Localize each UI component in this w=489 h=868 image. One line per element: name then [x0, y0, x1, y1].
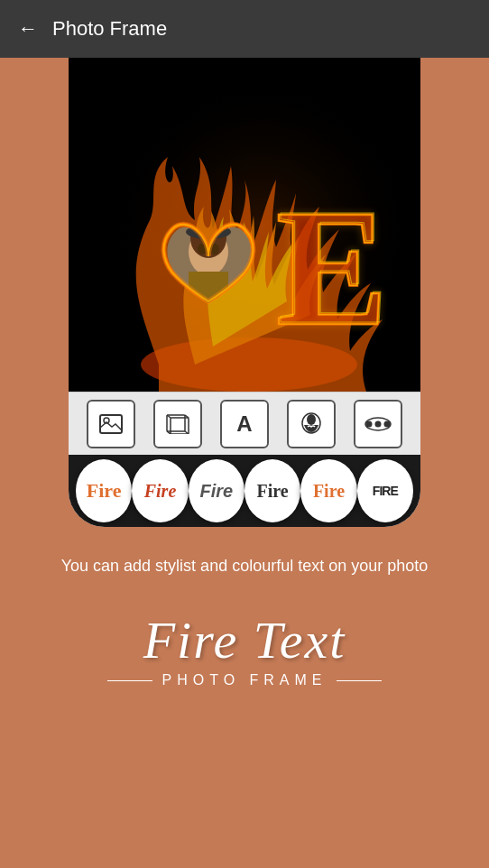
top-bar: ← Photo Frame [0, 0, 489, 58]
font-strip: Fire Fire Fire Fire Fire FIRE [69, 455, 420, 527]
logo-subtitle: Photo Frame [27, 672, 462, 688]
svg-point-22 [375, 420, 382, 427]
logo-area: Fire Text Photo Frame [27, 605, 462, 697]
font-btn-script[interactable]: Fire [76, 459, 132, 522]
svg-text:E: E [278, 173, 389, 358]
font-btn-serif[interactable]: Fire [244, 459, 300, 522]
image-button[interactable] [87, 400, 135, 448]
logo-main-text: Fire Text [27, 614, 462, 667]
photo-toolbar: A [69, 392, 420, 455]
font-btn-bold[interactable]: FIRE [357, 459, 413, 522]
font-btn-sans[interactable]: Fire [189, 459, 244, 522]
more-icon [364, 417, 392, 431]
bottom-section: You can add stylist and colourful text o… [0, 527, 489, 716]
page-title: Photo Frame [52, 17, 167, 41]
text-button[interactable]: A [220, 400, 269, 448]
image-icon [99, 414, 123, 434]
back-button[interactable]: ← [18, 17, 38, 41]
sticker-button[interactable] [287, 400, 336, 448]
text-icon: A [236, 411, 252, 437]
description-text: You can add stylist and colourful text o… [27, 554, 462, 578]
photo-canvas[interactable]: E E E E [69, 58, 420, 392]
svg-point-20 [307, 414, 316, 425]
fire-image: E E E E [69, 58, 420, 392]
sticker-icon [300, 412, 323, 436]
font-btn-decorative[interactable]: Fire [300, 459, 356, 522]
frames-button[interactable] [153, 400, 202, 448]
frames-icon [166, 414, 189, 434]
more-button[interactable] [354, 400, 402, 448]
phone-mockup: E E E E [69, 58, 420, 527]
font-btn-serif-italic[interactable]: Fire [132, 459, 188, 522]
